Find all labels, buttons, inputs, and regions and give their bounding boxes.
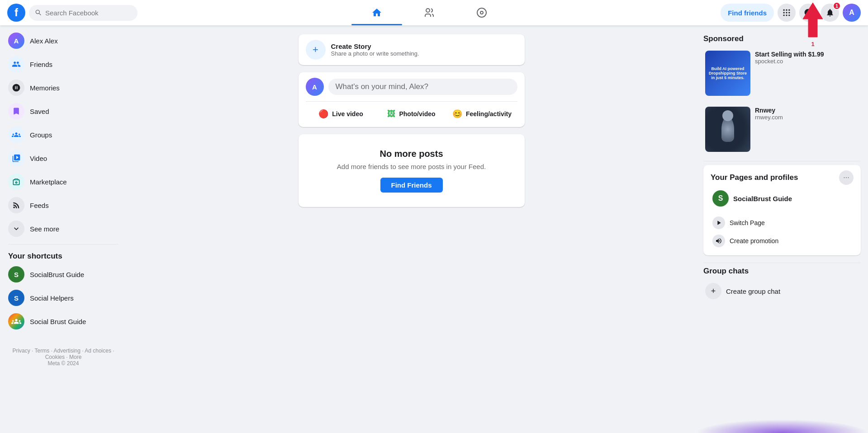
photo-video-label: Photo/video bbox=[399, 110, 435, 118]
sidebar-item-friends[interactable]: Friends bbox=[4, 52, 123, 76]
see-more-label: See more bbox=[30, 225, 59, 233]
create-group-chat-icon: + bbox=[705, 283, 721, 299]
topnav-right: Find friends 1 A bbox=[721, 4, 861, 22]
pages-section-header: Your Pages and profiles ··· bbox=[711, 170, 854, 185]
svg-point-6 bbox=[783, 12, 785, 13]
ad-spocket[interactable]: Build AI poweredDropshipping Storein jus… bbox=[703, 49, 861, 98]
nav-watch-button[interactable] bbox=[456, 2, 507, 24]
live-video-button[interactable]: 🔴 Live video bbox=[306, 106, 376, 122]
shortcut-socialbrust-guide[interactable]: S SocialBrust Guide bbox=[4, 263, 123, 286]
top-navigation: f Find friends 1 bbox=[0, 0, 868, 25]
find-friends-cta-button[interactable]: Find Friends bbox=[380, 178, 443, 193]
left-sidebar: A Alex Alex Friends Memories Saved bbox=[0, 25, 127, 433]
shortcut-label-socialbrust: SocialBrust Guide bbox=[30, 271, 84, 278]
svg-point-8 bbox=[788, 12, 790, 13]
shortcut-social-helpers[interactable]: S Social Helpers bbox=[4, 286, 123, 310]
photo-video-button[interactable]: 🖼 Photo/video bbox=[376, 107, 447, 122]
shortcuts-title: Your shortcuts bbox=[4, 248, 123, 263]
create-story-text: Create Story Share a photo or write some… bbox=[331, 42, 419, 57]
grid-menu-button[interactable] bbox=[778, 4, 796, 22]
post-action-buttons: 🔴 Live video 🖼 Photo/video 😊 Feeling/act… bbox=[306, 101, 517, 122]
switch-page-button[interactable]: Switch Page bbox=[711, 214, 854, 232]
topnav-left: f bbox=[7, 4, 138, 22]
create-story-card: + Create Story Share a photo or write so… bbox=[299, 34, 525, 65]
friends-icon bbox=[8, 56, 24, 72]
page-name: SocialBrust Guide bbox=[733, 195, 792, 202]
sidebar-item-memories[interactable]: Memories bbox=[4, 76, 123, 99]
ad-rnwey-domain: rnwey.com bbox=[755, 114, 859, 121]
sidebar-item-saved[interactable]: Saved bbox=[4, 99, 123, 123]
ad-rnwey[interactable]: Rnwey rnwey.com bbox=[703, 105, 861, 154]
user-avatar-small: A bbox=[306, 78, 324, 96]
sidebar-item-marketplace[interactable]: Marketplace bbox=[4, 170, 123, 193]
sidebar-item-user[interactable]: A Alex Alex bbox=[4, 29, 123, 52]
whats-on-mind-input[interactable]: What's on your mind, Alex? bbox=[328, 79, 517, 95]
right-sidebar-divider-2 bbox=[703, 263, 861, 263]
switch-page-icon bbox=[712, 216, 725, 229]
create-group-chat-button[interactable]: + Create group chat bbox=[703, 279, 861, 303]
footer-advertising[interactable]: Advertising bbox=[54, 348, 81, 354]
memories-icon bbox=[8, 80, 24, 96]
ad-rnwey-name: Rnwey bbox=[755, 107, 859, 114]
friends-label: Friends bbox=[30, 61, 52, 68]
shortcut-social-brust-guide-group[interactable]: Social Brust Guide bbox=[4, 310, 123, 333]
notification-badge: 1 bbox=[833, 2, 841, 10]
sponsored-title: Sponsored bbox=[703, 34, 861, 43]
footer-terms[interactable]: Terms bbox=[35, 348, 50, 354]
create-story-button[interactable]: + Create Story Share a photo or write so… bbox=[299, 34, 525, 65]
shortcut-avatar-social-brust-group bbox=[8, 313, 24, 329]
sidebar-item-see-more[interactable]: See more bbox=[4, 217, 123, 240]
sidebar-item-video[interactable]: Video bbox=[4, 146, 123, 170]
ad-spocket-thumb: Build AI poweredDropshipping Storein jus… bbox=[705, 51, 750, 96]
nav-home-button[interactable] bbox=[351, 2, 402, 24]
feed-inner: + Create Story Share a photo or write so… bbox=[299, 34, 525, 207]
right-sidebar: Sponsored Build AI poweredDropshipping S… bbox=[696, 25, 868, 433]
groups-label: Groups bbox=[30, 131, 52, 139]
notifications-button[interactable]: 1 bbox=[821, 4, 839, 22]
feeds-icon bbox=[8, 197, 24, 213]
video-label: Video bbox=[30, 155, 47, 162]
sidebar-item-groups[interactable]: Groups bbox=[4, 123, 123, 146]
footer-left: Privacy · Terms · Advertising · Ad choic… bbox=[4, 340, 123, 374]
right-sidebar-divider-1 bbox=[703, 161, 861, 161]
facebook-logo[interactable]: f bbox=[7, 4, 25, 22]
svg-point-7 bbox=[786, 12, 787, 13]
marketplace-icon bbox=[8, 174, 24, 190]
page-avatar: S bbox=[712, 190, 729, 207]
live-video-icon: 🔴 bbox=[318, 109, 328, 119]
memories-label: Memories bbox=[30, 84, 60, 92]
saved-label: Saved bbox=[30, 108, 49, 115]
switch-page-label: Switch Page bbox=[730, 219, 765, 226]
footer-more[interactable]: More bbox=[69, 354, 81, 360]
page-profile-row[interactable]: S SocialBrust Guide bbox=[711, 188, 854, 208]
create-promotion-button[interactable]: Create promotion bbox=[711, 232, 854, 250]
search-input[interactable] bbox=[45, 9, 132, 17]
shortcut-avatar-socialbrust: S bbox=[8, 266, 24, 282]
footer-cookies[interactable]: Cookies bbox=[45, 354, 65, 360]
create-story-plus-icon: + bbox=[306, 40, 326, 60]
no-more-posts-subtitle: Add more friends to see more posts in yo… bbox=[337, 163, 486, 170]
search-box[interactable] bbox=[29, 5, 138, 21]
sponsored-section: Sponsored Build AI poweredDropshipping S… bbox=[703, 34, 861, 154]
main-feed: + Create Story Share a photo or write so… bbox=[127, 25, 696, 433]
svg-point-1 bbox=[477, 8, 486, 17]
feeling-activity-button[interactable]: 😊 Feeling/activity bbox=[447, 106, 517, 122]
nav-friends-button[interactable] bbox=[404, 2, 455, 24]
sidebar-item-feeds[interactable]: Feeds bbox=[4, 193, 123, 217]
saved-icon bbox=[8, 103, 24, 119]
live-video-label: Live video bbox=[332, 110, 363, 118]
group-chats-title: Group chats bbox=[703, 267, 861, 276]
feeds-label: Feeds bbox=[30, 202, 49, 209]
create-promotion-icon bbox=[712, 235, 725, 247]
footer-meta: Meta © 2024 bbox=[48, 360, 79, 367]
footer-privacy[interactable]: Privacy bbox=[12, 348, 30, 354]
svg-point-11 bbox=[788, 14, 790, 16]
footer-adchoices[interactable]: Ad choices bbox=[85, 348, 111, 354]
find-friends-button[interactable]: Find friends bbox=[721, 4, 774, 22]
shortcut-avatar-social-helpers: S bbox=[8, 290, 24, 306]
pages-more-button[interactable]: ··· bbox=[839, 170, 854, 185]
messenger-button[interactable] bbox=[799, 4, 817, 22]
profile-avatar[interactable]: A bbox=[843, 4, 861, 22]
svg-point-4 bbox=[786, 9, 787, 11]
no-more-posts-card: No more posts Add more friends to see mo… bbox=[299, 134, 525, 207]
